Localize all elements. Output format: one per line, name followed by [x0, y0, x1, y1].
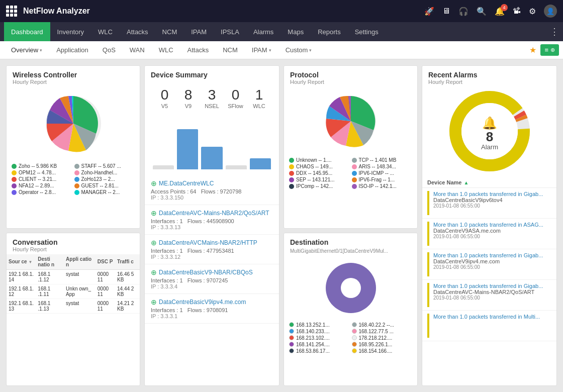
subnav-ipam[interactable]: IPAM ▾ — [245, 41, 278, 59]
nav-ncm[interactable]: NCM — [155, 22, 184, 41]
conv-header: Conversation Hourly Report — [7, 233, 140, 254]
dest-legend-item: 168.122.77.5 ... — [352, 329, 413, 334]
dest-legend-item: 168.213.102.... — [289, 335, 350, 341]
user-icon[interactable]: 👤 — [544, 5, 557, 18]
alarm-message[interactable]: More than 1.0 packets transferred in ASA… — [433, 222, 543, 228]
alarm-message[interactable]: More than 1.0 packets transferred in Mul… — [433, 314, 540, 320]
search-icon[interactable]: 🔍 — [477, 7, 487, 16]
proto-legend: Unknown -- 1....TCP -- 1.401 MBCHAOS -- … — [284, 155, 417, 191]
bar-item — [250, 158, 271, 169]
device-name[interactable]: ⊕DataCentreBasicV9-NBAR/CBQoS — [151, 268, 273, 276]
dest-title: Destination — [290, 238, 411, 246]
notifications-icon[interactable]: 🔔4 — [495, 7, 505, 16]
dest-legend-item: 168.140.233.... — [289, 329, 350, 334]
device-list: ⊕ME.DataCentreWLC Access Points : 64 Flo… — [145, 173, 279, 326]
nav-reports[interactable]: Reports — [311, 22, 348, 41]
sort-icon[interactable]: ▲ — [464, 180, 469, 185]
nav-dashboard[interactable]: Dashboard — [4, 22, 50, 41]
dest-donut-container — [284, 256, 417, 320]
alarm-item: More than 1.0 packets transferred in ASA… — [422, 219, 556, 249]
conv-table-row: 192.1 68.1. 14168.1 .1.12systat0000 1116… — [7, 269, 140, 284]
recent-alarms-panel: Recent Alarms Hourly Report 🔔 8 Alarm De… — [422, 65, 557, 386]
protocol-panel: Protocol Hourly Report Unknown -- 1....T… — [284, 65, 418, 229]
dest-donut-chart — [321, 258, 381, 318]
conversation-table: Sour ce ▼Desti natio nAppli catio nDSC P… — [7, 254, 140, 314]
nav-inventory[interactable]: Inventory — [50, 22, 91, 41]
subnav-wan[interactable]: WAN — [123, 41, 152, 59]
dest-legend-item: 168.13.252.1... — [289, 322, 350, 328]
alarm-donut-container: 🔔 8 Alarm — [422, 87, 556, 175]
alarm-message[interactable]: More than 1.0 packets transferred in Gig… — [433, 191, 543, 197]
conv-col-header[interactable]: Traffi c — [115, 254, 140, 270]
device-count-item: 3NSEL — [200, 87, 224, 109]
nav-alarms[interactable]: Alarms — [246, 22, 280, 41]
subnav-application[interactable]: Application — [49, 41, 96, 59]
settings-icon[interactable]: ⚙ — [529, 7, 536, 16]
device-count-item: 1WLC — [247, 87, 271, 109]
proto-legend-item: IPComp -- 142... — [289, 183, 350, 189]
nav-more-icon[interactable]: ⋮ — [550, 26, 559, 37]
subnav-attacks[interactable]: Attacks — [180, 41, 216, 59]
conv-table-body: 192.1 68.1. 14168.1 .1.12systat0000 1116… — [7, 269, 140, 313]
device-name[interactable]: ⊕DataCentreBasicV9ipv4.me.com — [151, 298, 273, 306]
device-name[interactable]: ⊕DataCentreAVC-Mains-NBAR2/QoS/ART — [151, 209, 273, 217]
conv-col-header[interactable]: Desti natio n — [36, 254, 64, 270]
favorite-star-icon[interactable]: ★ — [525, 45, 540, 55]
dest-legend-item: 168.154.166.... — [352, 348, 413, 354]
bar-item — [177, 129, 198, 169]
nav-ipsla[interactable]: IPSLA — [214, 22, 246, 41]
app-logo-text: NetFlow Analyzer — [23, 7, 90, 16]
headset-icon[interactable]: 🎧 — [458, 7, 468, 16]
monitor-icon[interactable]: 🖥 — [442, 7, 450, 16]
conv-cell: 0000 11 — [96, 284, 115, 299]
grid-icon — [6, 6, 17, 17]
conv-col-header[interactable]: Appli catio n — [64, 254, 96, 270]
conv-col-header[interactable]: Sour ce ▼ — [7, 254, 36, 270]
notification-badge: 4 — [501, 4, 508, 11]
wc-subtitle: Hourly Report — [13, 79, 134, 85]
dest-legend-item: 168.141.254.... — [289, 342, 350, 347]
device-name[interactable]: ⊕DataCentreAVCMains-NBAR2/HTTP — [151, 239, 273, 247]
conversation-panel: Conversation Hourly Report Sour ce ▼Dest… — [6, 233, 140, 386]
conv-cell: 16.46 5 KB — [115, 269, 140, 284]
nav-ipam[interactable]: IPAM — [184, 22, 214, 41]
alarm-message[interactable]: More than 1.0 packets transferred in Gig… — [433, 283, 543, 289]
conv-header-row: Sour ce ▼Desti natio nAppli catio nDSC P… — [7, 254, 140, 270]
alarm-time: 2019-01-08 06:55:00 — [433, 234, 543, 239]
device-bar-chart — [145, 113, 279, 173]
rocket-icon[interactable]: 🚀 — [424, 7, 434, 16]
dashboard-config-button[interactable]: ≡⊕ — [540, 44, 559, 56]
film-icon[interactable]: 📽 — [513, 7, 521, 16]
proto-legend-item: ISO-IP -- 142.1... — [352, 183, 413, 189]
nav-maps[interactable]: Maps — [280, 22, 311, 41]
alarm-item: More than 1.0 packets transferred in Gig… — [422, 249, 556, 280]
subnav-ncm[interactable]: NCM — [216, 41, 245, 59]
nav-settings[interactable]: Settings — [348, 22, 386, 41]
conv-table-row: 192.1 68.1. 12168.1 .1.11Unkn own_ App00… — [7, 284, 140, 299]
svg-point-11 — [341, 278, 361, 298]
device-list-item: ⊕DataCentreBasicV9-NBAR/CBQoS Interfaces… — [145, 264, 279, 294]
destination-panel: Destination MultiGigabitEthernet0/1[Data… — [284, 233, 418, 386]
device-list-item: ⊕DataCentreBasicV9ipv4.me.com Interfaces… — [145, 294, 279, 324]
conv-cell: 192.1 68.1. 14 — [7, 269, 36, 284]
alarm-message[interactable]: More than 1.0 packets transferred in Gig… — [433, 252, 543, 258]
conv-col-header[interactable]: DSC P — [96, 254, 115, 270]
alarm-time: 2019-01-08 06:55:00 — [433, 295, 543, 301]
conv-cell: Unkn own_ App — [64, 284, 96, 299]
subnav-overview[interactable]: Overview ▾ — [4, 41, 49, 59]
subnav-qos[interactable]: QoS — [96, 41, 123, 59]
device-list-item: ⊕ME.DataCentreWLC Access Points : 64 Flo… — [145, 175, 279, 205]
subnav-wlc[interactable]: WLC — [152, 41, 180, 59]
subnav-custom[interactable]: Custom ▾ — [278, 41, 319, 59]
proto-title: Protocol — [290, 71, 411, 79]
wc-pie-chart — [41, 91, 106, 156]
device-count-item: 0SFlow — [224, 87, 247, 109]
nav-wlc[interactable]: WLC — [91, 22, 120, 41]
device-name[interactable]: ⊕ME.DataCentreWLC — [151, 179, 273, 187]
svg-text:Alarm: Alarm — [481, 143, 498, 151]
device-counts: 0V58V93NSEL0SFlow1WLC — [145, 81, 279, 113]
proto-header: Protocol Hourly Report — [284, 66, 417, 87]
nav-attacks[interactable]: Attacks — [120, 22, 155, 41]
dest-legend-item: 168.53.86.17... — [289, 348, 350, 354]
proto-legend-item: SEP -- 143.121... — [289, 177, 350, 182]
